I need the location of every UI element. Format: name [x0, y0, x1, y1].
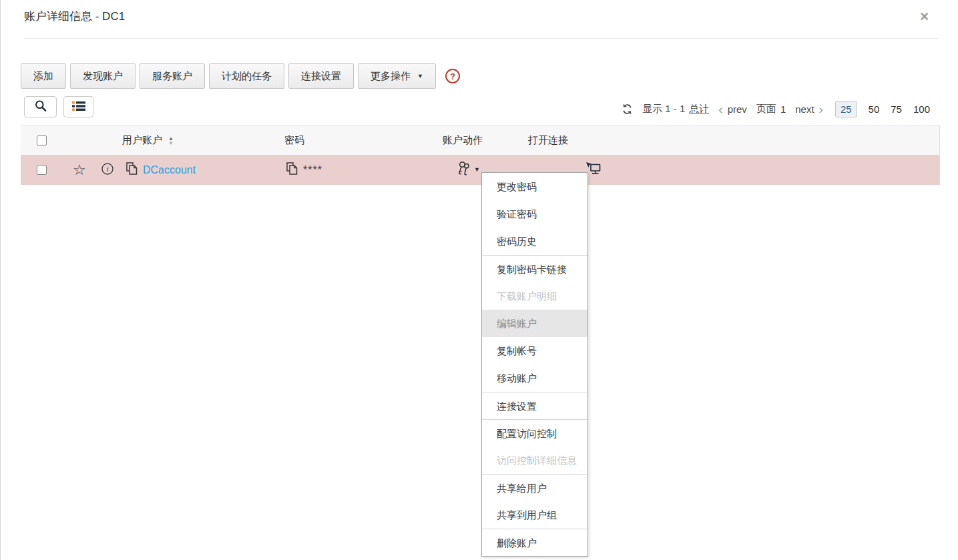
- add-button[interactable]: 添加: [21, 63, 66, 89]
- menu-item-copy-password-card-link[interactable]: 复制密码卡链接: [482, 255, 587, 282]
- select-all-checkbox[interactable]: [37, 135, 47, 146]
- page-size-25[interactable]: 25: [835, 101, 857, 117]
- service-accounts-label: 服务账户: [152, 70, 192, 83]
- row-checkbox[interactable]: [37, 165, 47, 175]
- col-header-connection: 打开连接: [528, 126, 568, 155]
- caret-down-icon: ▼: [417, 73, 423, 79]
- search-button[interactable]: [24, 96, 57, 117]
- actions-caret-down-icon: ▼: [474, 166, 480, 173]
- help-icon[interactable]: ?: [445, 69, 460, 83]
- menu-item-change-password[interactable]: 更改密码: [482, 173, 587, 200]
- menu-item-password-history[interactable]: 密码历史: [482, 228, 587, 255]
- account-actions-trigger[interactable]: ▼: [456, 161, 480, 179]
- page-label: 页面: [756, 103, 776, 115]
- close-icon[interactable]: ×: [920, 9, 929, 24]
- menu-item-edit-account[interactable]: 编辑账户: [482, 310, 587, 337]
- title-divider: [24, 38, 938, 39]
- search-icon: [34, 99, 47, 115]
- total-link[interactable]: 总计: [689, 103, 709, 115]
- page-size-options: 25 50 75 100: [835, 101, 930, 117]
- account-actions-menu: 更改密码 验证密码 密码历史 复制密码卡链接 下载账户明细 编辑账户 复制帐号 …: [481, 172, 588, 557]
- toolbar: 添加 发现账户 服务账户 计划的任务 连接设置 更多操作▼ ?: [21, 63, 460, 89]
- discover-accounts-button[interactable]: 发现账户: [70, 63, 136, 89]
- col-header-account[interactable]: 用户账户 ▲ ▼: [122, 126, 174, 155]
- page-title: 账户详细信息 - DC1: [24, 9, 125, 24]
- menu-item-verify-password[interactable]: 验证密码: [482, 200, 587, 228]
- menu-item-share-to-user-group[interactable]: 共享到用户组: [482, 501, 587, 529]
- page-indicator: 页面 1: [756, 103, 786, 115]
- menu-item-download-account-details: 下载账户明细: [482, 282, 587, 310]
- password-mask: ****: [303, 164, 322, 176]
- account-name-link[interactable]: DCaccount: [143, 164, 196, 176]
- copy-password-icon[interactable]: [286, 162, 298, 178]
- showing-label: 显示 1 - 1: [642, 103, 685, 115]
- table-header: 用户账户 ▲ ▼ 密码 账户动作 打开连接: [21, 125, 940, 155]
- select-all-cell: [37, 126, 47, 155]
- row-select-cell: [37, 155, 47, 185]
- sort-icon[interactable]: ▲ ▼: [168, 136, 174, 146]
- keys-icon: [456, 161, 473, 179]
- connection-settings-button[interactable]: 连接设置: [288, 63, 354, 89]
- list-view-button[interactable]: [63, 96, 93, 117]
- next-label: next: [795, 103, 814, 115]
- col-header-account-label: 用户账户: [122, 134, 162, 147]
- account-actions-cell: ▼: [456, 155, 480, 185]
- chevron-left-icon: ‹: [718, 103, 722, 115]
- page-size-50[interactable]: 50: [869, 103, 880, 115]
- col-header-password: 密码: [284, 126, 304, 155]
- table-row: ☆ i DCaccount: [21, 155, 940, 185]
- menu-item-connection-settings[interactable]: 连接设置: [482, 392, 587, 419]
- connection-settings-label: 连接设置: [301, 70, 341, 83]
- svg-text:i: i: [106, 165, 108, 173]
- password-cell: ****: [286, 155, 322, 185]
- menu-item-delete-account[interactable]: 删除账户: [482, 529, 587, 556]
- info-cell: i: [101, 155, 114, 185]
- page-size-100[interactable]: 100: [913, 103, 930, 115]
- menu-item-copy-account[interactable]: 复制帐号: [482, 337, 587, 364]
- menu-item-move-account[interactable]: 移动账户: [482, 364, 587, 392]
- info-icon[interactable]: i: [101, 162, 114, 178]
- page-size-75[interactable]: 75: [891, 103, 902, 115]
- favorite-star-icon[interactable]: ☆: [73, 163, 86, 178]
- refresh-icon[interactable]: [622, 103, 633, 115]
- list-view-icon: [72, 101, 85, 113]
- menu-item-share-to-user[interactable]: 共享给用户: [482, 474, 587, 501]
- page-number: 1: [780, 103, 786, 115]
- sort-desc-icon: ▼: [168, 141, 174, 146]
- add-button-label: 添加: [33, 70, 53, 83]
- menu-item-access-control-details: 访问控制详细信息: [482, 447, 587, 474]
- col-header-actions: 账户动作: [443, 126, 483, 155]
- more-actions-button[interactable]: 更多操作▼: [358, 63, 436, 89]
- col-header-password-label: 密码: [284, 134, 304, 147]
- next-page-button[interactable]: next ›: [795, 103, 823, 115]
- discover-accounts-label: 发现账户: [83, 70, 123, 83]
- menu-item-configure-access-control[interactable]: 配置访问控制: [482, 419, 587, 447]
- showing-summary: 显示 1 - 1 总计: [642, 103, 709, 115]
- account-details-dialog: 账户详细信息 - DC1 × 添加 发现账户 服务账户 计划的任务 连接设置 更…: [0, 0, 958, 560]
- scheduled-tasks-button[interactable]: 计划的任务: [209, 63, 284, 89]
- scheduled-tasks-label: 计划的任务: [222, 70, 272, 83]
- col-header-actions-label: 账户动作: [443, 134, 483, 147]
- prev-page-button[interactable]: ‹ prev: [718, 103, 747, 115]
- copy-account-icon[interactable]: [126, 162, 138, 178]
- view-controls: [24, 96, 93, 117]
- more-actions-label: 更多操作: [371, 70, 411, 83]
- chevron-right-icon: ›: [819, 103, 823, 115]
- pagination-bar: 显示 1 - 1 总计 ‹ prev 页面 1 next › 25 50 75 …: [622, 98, 930, 119]
- favorite-cell: ☆: [73, 155, 86, 185]
- prev-label: prev: [728, 103, 747, 115]
- service-accounts-button[interactable]: 服务账户: [140, 63, 205, 89]
- col-header-connection-label: 打开连接: [528, 134, 568, 147]
- copy-account-cell: DCaccount: [126, 155, 196, 185]
